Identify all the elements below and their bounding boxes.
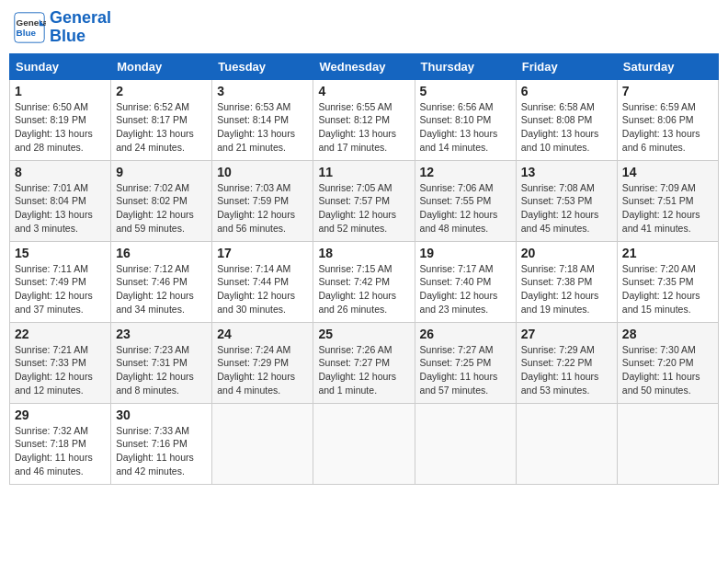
day-number: 20 bbox=[521, 246, 612, 260]
day-cell: 17 Sunrise: 7:14 AMSunset: 7:44 PMDaylig… bbox=[212, 241, 313, 322]
week-row-2: 8 Sunrise: 7:01 AMSunset: 8:04 PMDayligh… bbox=[10, 160, 719, 241]
day-info: Sunrise: 7:06 AMSunset: 7:55 PMDaylight:… bbox=[420, 181, 511, 236]
day-number: 17 bbox=[217, 246, 308, 260]
day-info: Sunrise: 6:55 AMSunset: 8:12 PMDaylight:… bbox=[318, 100, 409, 155]
day-cell: 28 Sunrise: 7:30 AMSunset: 7:20 PMDaylig… bbox=[617, 322, 718, 403]
day-info: Sunrise: 6:53 AMSunset: 8:14 PMDaylight:… bbox=[217, 100, 308, 155]
day-info: Sunrise: 7:21 AMSunset: 7:33 PMDaylight:… bbox=[15, 343, 106, 397]
week-row-3: 15 Sunrise: 7:11 AMSunset: 7:49 PMDaylig… bbox=[10, 241, 719, 322]
day-cell bbox=[313, 403, 415, 484]
day-number: 30 bbox=[116, 408, 207, 422]
day-info: Sunrise: 7:33 AMSunset: 7:16 PMDaylight:… bbox=[116, 424, 207, 478]
day-info: Sunrise: 7:26 AMSunset: 7:27 PMDaylight:… bbox=[318, 343, 409, 397]
day-number: 4 bbox=[318, 84, 409, 98]
day-number: 7 bbox=[622, 84, 713, 98]
day-number: 9 bbox=[116, 165, 207, 179]
day-cell: 27 Sunrise: 7:29 AMSunset: 7:22 PMDaylig… bbox=[516, 322, 617, 403]
day-cell: 14 Sunrise: 7:09 AMSunset: 7:51 PMDaylig… bbox=[617, 160, 718, 241]
day-cell: 15 Sunrise: 7:11 AMSunset: 7:49 PMDaylig… bbox=[10, 241, 111, 322]
day-cell: 9 Sunrise: 7:02 AMSunset: 8:02 PMDayligh… bbox=[111, 160, 212, 241]
day-number: 13 bbox=[521, 165, 612, 179]
day-info: Sunrise: 7:30 AMSunset: 7:20 PMDaylight:… bbox=[622, 343, 713, 397]
day-info: Sunrise: 7:24 AMSunset: 7:29 PMDaylight:… bbox=[217, 343, 308, 397]
day-cell: 19 Sunrise: 7:17 AMSunset: 7:40 PMDaylig… bbox=[415, 241, 516, 322]
day-cell: 29 Sunrise: 7:32 AMSunset: 7:18 PMDaylig… bbox=[10, 403, 111, 484]
day-number: 26 bbox=[420, 327, 511, 341]
day-info: Sunrise: 7:09 AMSunset: 7:51 PMDaylight:… bbox=[622, 181, 713, 236]
day-info: Sunrise: 7:32 AMSunset: 7:18 PMDaylight:… bbox=[15, 424, 106, 478]
day-cell: 26 Sunrise: 7:27 AMSunset: 7:25 PMDaylig… bbox=[415, 322, 516, 403]
day-info: Sunrise: 7:17 AMSunset: 7:40 PMDaylight:… bbox=[420, 262, 511, 316]
day-cell bbox=[516, 403, 617, 484]
day-info: Sunrise: 7:20 AMSunset: 7:35 PMDaylight:… bbox=[622, 262, 713, 316]
day-cell: 5 Sunrise: 6:56 AMSunset: 8:10 PMDayligh… bbox=[415, 79, 516, 160]
day-info: Sunrise: 7:12 AMSunset: 7:46 PMDaylight:… bbox=[116, 262, 207, 316]
day-number: 15 bbox=[15, 246, 106, 260]
day-number: 3 bbox=[217, 84, 308, 98]
weekday-header-saturday: Saturday bbox=[617, 53, 718, 79]
header: General Blue GeneralBlue bbox=[9, 9, 719, 46]
week-row-5: 29 Sunrise: 7:32 AMSunset: 7:18 PMDaylig… bbox=[10, 403, 719, 484]
logo-icon: General Blue bbox=[13, 11, 46, 44]
day-info: Sunrise: 7:02 AMSunset: 8:02 PMDaylight:… bbox=[116, 181, 207, 236]
day-number: 25 bbox=[318, 327, 409, 341]
day-cell: 8 Sunrise: 7:01 AMSunset: 8:04 PMDayligh… bbox=[10, 160, 111, 241]
day-cell: 23 Sunrise: 7:23 AMSunset: 7:31 PMDaylig… bbox=[111, 322, 212, 403]
day-cell: 3 Sunrise: 6:53 AMSunset: 8:14 PMDayligh… bbox=[212, 79, 313, 160]
day-info: Sunrise: 7:03 AMSunset: 7:59 PMDaylight:… bbox=[217, 181, 308, 236]
day-info: Sunrise: 6:56 AMSunset: 8:10 PMDaylight:… bbox=[420, 100, 511, 155]
day-number: 1 bbox=[15, 84, 106, 98]
day-number: 23 bbox=[116, 327, 207, 341]
week-row-1: 1 Sunrise: 6:50 AMSunset: 8:19 PMDayligh… bbox=[10, 79, 719, 160]
day-number: 10 bbox=[217, 165, 308, 179]
day-cell bbox=[212, 403, 313, 484]
day-cell: 20 Sunrise: 7:18 AMSunset: 7:38 PMDaylig… bbox=[516, 241, 617, 322]
svg-text:Blue: Blue bbox=[17, 28, 37, 38]
day-number: 19 bbox=[420, 246, 511, 260]
day-cell: 1 Sunrise: 6:50 AMSunset: 8:19 PMDayligh… bbox=[10, 79, 111, 160]
day-info: Sunrise: 7:01 AMSunset: 8:04 PMDaylight:… bbox=[15, 181, 106, 236]
day-cell: 16 Sunrise: 7:12 AMSunset: 7:46 PMDaylig… bbox=[111, 241, 212, 322]
day-cell: 18 Sunrise: 7:15 AMSunset: 7:42 PMDaylig… bbox=[313, 241, 415, 322]
weekday-header-tuesday: Tuesday bbox=[212, 53, 313, 79]
day-cell: 10 Sunrise: 7:03 AMSunset: 7:59 PMDaylig… bbox=[212, 160, 313, 241]
day-cell: 13 Sunrise: 7:08 AMSunset: 7:53 PMDaylig… bbox=[516, 160, 617, 241]
day-cell: 22 Sunrise: 7:21 AMSunset: 7:33 PMDaylig… bbox=[10, 322, 111, 403]
day-number: 27 bbox=[521, 327, 612, 341]
logo: General Blue GeneralBlue bbox=[13, 9, 111, 46]
day-cell: 6 Sunrise: 6:58 AMSunset: 8:08 PMDayligh… bbox=[516, 79, 617, 160]
weekday-header-thursday: Thursday bbox=[415, 53, 516, 79]
weekday-header-wednesday: Wednesday bbox=[313, 53, 415, 79]
day-cell: 2 Sunrise: 6:52 AMSunset: 8:17 PMDayligh… bbox=[111, 79, 212, 160]
day-info: Sunrise: 6:58 AMSunset: 8:08 PMDaylight:… bbox=[521, 100, 612, 155]
day-info: Sunrise: 7:11 AMSunset: 7:49 PMDaylight:… bbox=[15, 262, 106, 316]
logo-text: GeneralBlue bbox=[50, 9, 111, 46]
day-number: 5 bbox=[420, 84, 511, 98]
day-info: Sunrise: 7:27 AMSunset: 7:25 PMDaylight:… bbox=[420, 343, 511, 397]
day-number: 24 bbox=[217, 327, 308, 341]
day-info: Sunrise: 7:08 AMSunset: 7:53 PMDaylight:… bbox=[521, 181, 612, 236]
day-info: Sunrise: 7:05 AMSunset: 7:57 PMDaylight:… bbox=[318, 181, 409, 236]
day-info: Sunrise: 6:52 AMSunset: 8:17 PMDaylight:… bbox=[116, 100, 207, 155]
calendar-table: SundayMondayTuesdayWednesdayThursdayFrid… bbox=[9, 53, 719, 485]
day-number: 28 bbox=[622, 327, 713, 341]
day-cell: 25 Sunrise: 7:26 AMSunset: 7:27 PMDaylig… bbox=[313, 322, 415, 403]
day-number: 16 bbox=[116, 246, 207, 260]
day-number: 2 bbox=[116, 84, 207, 98]
day-number: 14 bbox=[622, 165, 713, 179]
day-number: 22 bbox=[15, 327, 106, 341]
day-cell: 24 Sunrise: 7:24 AMSunset: 7:29 PMDaylig… bbox=[212, 322, 313, 403]
day-info: Sunrise: 7:23 AMSunset: 7:31 PMDaylight:… bbox=[116, 343, 207, 397]
day-number: 6 bbox=[521, 84, 612, 98]
day-cell: 30 Sunrise: 7:33 AMSunset: 7:16 PMDaylig… bbox=[111, 403, 212, 484]
day-cell: 12 Sunrise: 7:06 AMSunset: 7:55 PMDaylig… bbox=[415, 160, 516, 241]
day-number: 29 bbox=[15, 408, 106, 422]
day-number: 11 bbox=[318, 165, 409, 179]
day-cell: 21 Sunrise: 7:20 AMSunset: 7:35 PMDaylig… bbox=[617, 241, 718, 322]
weekday-header-monday: Monday bbox=[111, 53, 212, 79]
day-number: 21 bbox=[622, 246, 713, 260]
weekday-header-friday: Friday bbox=[516, 53, 617, 79]
day-info: Sunrise: 7:18 AMSunset: 7:38 PMDaylight:… bbox=[521, 262, 612, 316]
day-cell: 11 Sunrise: 7:05 AMSunset: 7:57 PMDaylig… bbox=[313, 160, 415, 241]
day-info: Sunrise: 6:59 AMSunset: 8:06 PMDaylight:… bbox=[622, 100, 713, 155]
